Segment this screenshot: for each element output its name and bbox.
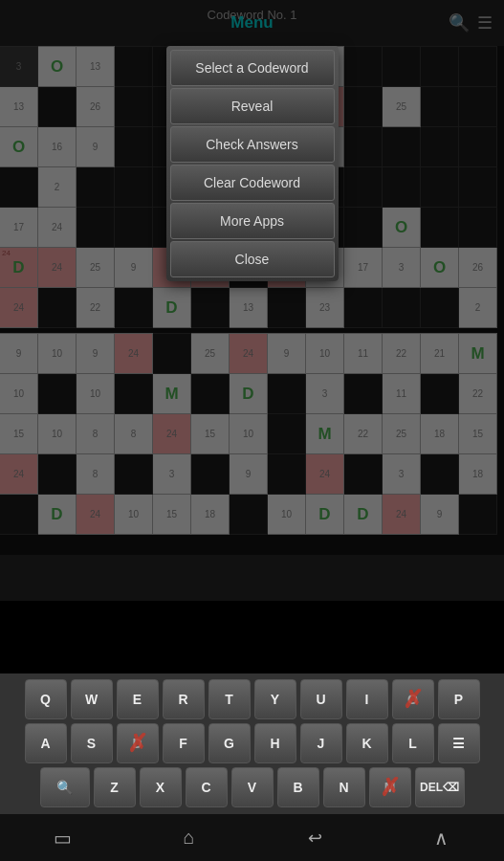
key-s[interactable]: S: [71, 723, 113, 763]
key-t[interactable]: T: [208, 679, 251, 719]
nav-back[interactable]: ↩: [291, 819, 339, 857]
key-p[interactable]: P: [438, 679, 480, 719]
key-g[interactable]: G: [208, 723, 251, 763]
nav-up[interactable]: ∧: [417, 819, 465, 857]
menu-select-codeword[interactable]: Select a Codeword: [170, 50, 335, 86]
key-x[interactable]: X: [140, 767, 182, 807]
keyboard-area: Q W E R T Y U I O ✗ P A S D ✗ F G H J K …: [0, 673, 504, 813]
key-menu[interactable]: ☰: [438, 723, 480, 763]
keyboard-row-1: Q W E R T Y U I O ✗ P: [4, 679, 500, 719]
key-h[interactable]: H: [254, 723, 296, 763]
key-r[interactable]: R: [163, 679, 205, 719]
key-y[interactable]: Y: [254, 679, 296, 719]
keyboard-row-3: 🔍 Z X C V B N M ✗ DEL⌫: [4, 767, 500, 807]
key-backspace[interactable]: DEL⌫: [415, 767, 465, 807]
menu-close[interactable]: Close: [170, 241, 335, 277]
key-n[interactable]: N: [323, 767, 365, 807]
key-j[interactable]: J: [300, 723, 342, 763]
key-search[interactable]: 🔍: [40, 767, 90, 807]
key-m[interactable]: M ✗: [369, 767, 411, 807]
key-e[interactable]: E: [117, 679, 159, 719]
menu-reveal[interactable]: Reveal: [170, 88, 335, 124]
key-d[interactable]: D ✗: [117, 723, 159, 763]
key-v[interactable]: V: [231, 767, 274, 807]
menu-clear-codeword[interactable]: Clear Codeword: [170, 165, 335, 201]
bottom-nav: ▭ ⌂ ↩ ∧: [0, 813, 504, 861]
key-z[interactable]: Z: [94, 767, 136, 807]
key-u[interactable]: U: [300, 679, 342, 719]
nav-home[interactable]: ⌂: [165, 819, 213, 857]
key-c[interactable]: C: [186, 767, 228, 807]
key-w[interactable]: W: [71, 679, 113, 719]
keyboard-row-2: A S D ✗ F G H J K L ☰: [4, 723, 500, 763]
menu-check-answers[interactable]: Check Answers: [170, 126, 335, 163]
key-o[interactable]: O ✗: [392, 679, 434, 719]
key-k[interactable]: K: [346, 723, 388, 763]
key-i[interactable]: I: [346, 679, 388, 719]
nav-recent-apps[interactable]: ▭: [39, 819, 87, 857]
key-b[interactable]: B: [277, 767, 319, 807]
key-l[interactable]: L: [392, 723, 434, 763]
menu-overlay: Select a Codeword Reveal Check Answers C…: [0, 0, 504, 555]
key-f[interactable]: F: [163, 723, 205, 763]
menu-more-apps[interactable]: More Apps: [170, 203, 335, 239]
key-a[interactable]: A: [25, 723, 67, 763]
menu-box: Select a Codeword Reveal Check Answers C…: [166, 46, 339, 281]
key-q[interactable]: Q: [25, 679, 67, 719]
